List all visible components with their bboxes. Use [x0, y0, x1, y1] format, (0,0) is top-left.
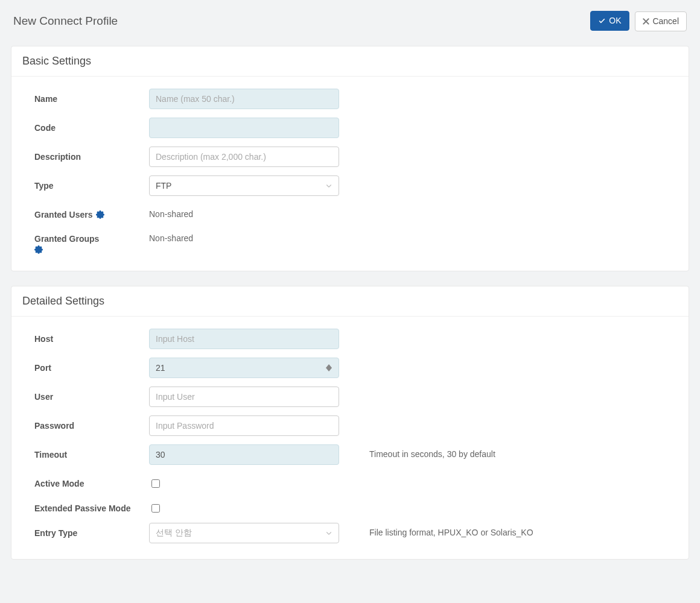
code-input[interactable] [149, 118, 339, 138]
entry-type-help: File listing format, HPUX_KO or Solaris_… [339, 523, 678, 537]
basic-settings-heading: Basic Settings [11, 46, 689, 77]
description-label: Description [34, 147, 149, 162]
user-label: User [34, 387, 149, 402]
detailed-settings-panel: Detailed Settings Host Port [11, 286, 689, 560]
name-input[interactable] [149, 89, 339, 109]
cancel-button-label: Cancel [652, 16, 679, 27]
type-select-value: FTP [156, 181, 171, 191]
granted-users-label: Granted Users [34, 204, 149, 220]
active-mode-checkbox[interactable] [151, 479, 160, 488]
chevron-down-icon [325, 529, 332, 537]
ok-button[interactable]: OK [590, 11, 629, 31]
granted-groups-label: Granted Groups [34, 229, 149, 255]
header-actions: OK Cancel [590, 11, 687, 31]
description-input[interactable] [149, 147, 339, 167]
port-label: Port [34, 358, 149, 373]
entry-type-select-value: 선택 안함 [156, 528, 192, 538]
close-icon [643, 18, 649, 25]
granted-groups-gear-icon[interactable] [34, 245, 43, 254]
basic-settings-panel: Basic Settings Name Code Description [11, 46, 689, 272]
entry-type-select[interactable]: 선택 안함 [149, 523, 339, 543]
granted-users-value: Non-shared [149, 204, 193, 219]
check-icon [598, 17, 606, 25]
type-select[interactable]: FTP [149, 175, 339, 196]
active-mode-label: Active Mode [34, 473, 149, 489]
code-label: Code [34, 118, 149, 133]
host-input[interactable] [149, 329, 339, 349]
type-label: Type [34, 175, 149, 191]
ok-button-label: OK [609, 16, 621, 26]
timeout-label: Timeout [34, 444, 149, 460]
port-input[interactable] [149, 358, 339, 378]
granted-groups-label-text: Granted Groups [34, 234, 99, 244]
user-input[interactable] [149, 387, 339, 407]
timeout-input[interactable] [149, 444, 339, 465]
entry-type-label: Entry Type [34, 523, 149, 538]
epsv-checkbox[interactable] [151, 504, 160, 513]
granted-users-gear-icon[interactable] [96, 210, 104, 219]
granted-groups-value: Non-shared [149, 229, 193, 243]
timeout-help: Timeout in seconds, 30 by default [339, 444, 678, 459]
chevron-down-icon [325, 182, 332, 189]
page-title: New Connect Profile [13, 14, 118, 28]
detailed-settings-heading: Detailed Settings [11, 286, 689, 317]
password-label: Password [34, 415, 149, 431]
password-input[interactable] [149, 415, 339, 436]
name-label: Name [34, 89, 149, 104]
granted-users-label-text: Granted Users [34, 210, 92, 219]
host-label: Host [34, 329, 149, 344]
epsv-label: Extended Passive Mode [34, 498, 149, 514]
cancel-button[interactable]: Cancel [635, 11, 687, 31]
